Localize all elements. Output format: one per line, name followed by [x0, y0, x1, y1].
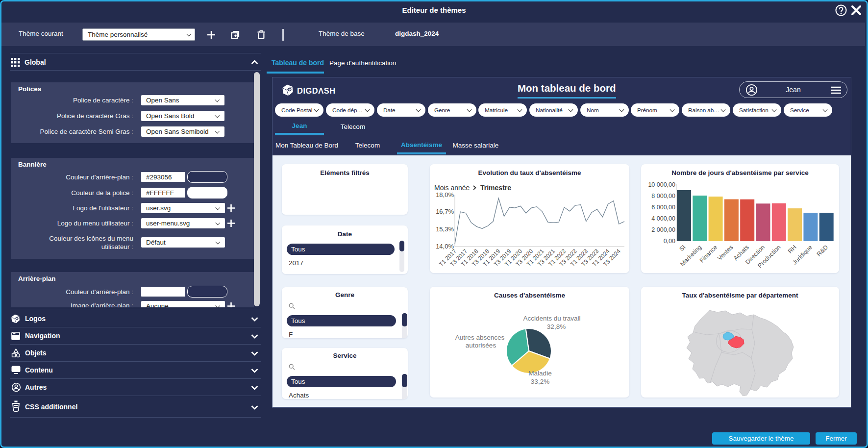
- svg-text:8 000,00: 8 000,00: [651, 193, 675, 199]
- svg-text:18,0%: 18,0%: [436, 191, 454, 199]
- svg-text:SI: SI: [678, 244, 687, 252]
- svg-text:15,3%: 15,3%: [436, 225, 454, 233]
- svg-text:4 000,00: 4 000,00: [651, 215, 675, 222]
- svg-text:RH: RH: [787, 244, 798, 255]
- svg-text:2 000,00: 2 000,00: [651, 226, 675, 233]
- svg-text:R&D: R&D: [816, 244, 830, 258]
- svg-text:16,7%: 16,7%: [436, 208, 454, 215]
- svg-text:10 000,00: 10 000,00: [648, 181, 675, 188]
- svg-text:0,00: 0,00: [664, 238, 675, 245]
- svg-text:Ventes: Ventes: [717, 244, 735, 262]
- svg-text:Finance: Finance: [698, 244, 719, 264]
- svg-text:6 000,00: 6 000,00: [651, 204, 675, 211]
